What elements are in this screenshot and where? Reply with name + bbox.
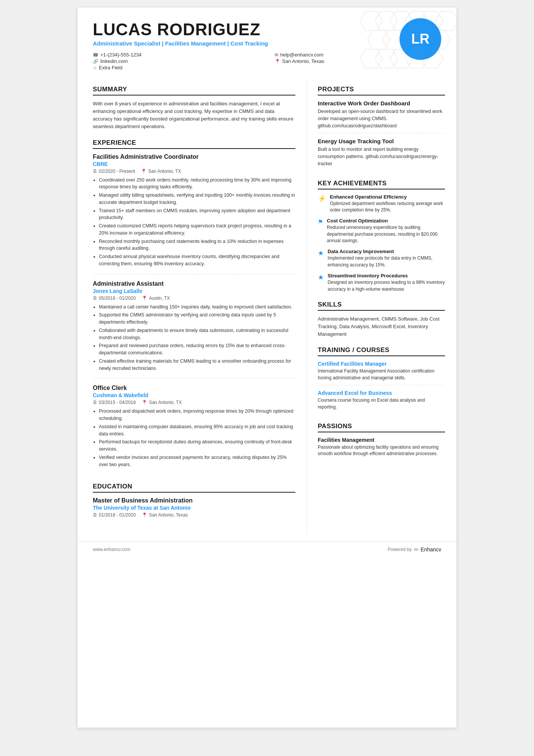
bullet-2-2: Supported the CMMS administrator by veri… [99, 311, 295, 326]
bullet-2-5: Created effective training materials for… [99, 358, 295, 372]
avatar: LR [400, 18, 441, 60]
projects-title: PROJECTS [318, 86, 445, 95]
powered-by-text: Powered by [388, 547, 412, 552]
email-icon: ✉ [275, 52, 278, 58]
edu-location-1: 📍 San Antonio, Texas [142, 512, 188, 518]
education-title: EDUCATION [93, 483, 295, 493]
extra-text: Extra Field [99, 65, 122, 70]
achievements-title: KEY ACHIEVEMENTS [318, 180, 445, 189]
job-meta-2: 🗓 05/2018 - 01/2020 📍 Austin, TX [93, 296, 295, 301]
achievement-icon-4: ★ [318, 273, 324, 282]
candidate-name: LUCAS RODRIGUEZ [93, 21, 441, 38]
job-bullets-1: Coordinated over 250 work orders monthly… [93, 177, 295, 268]
contact-linkedin: 🔗 linkedin.com [93, 58, 259, 64]
skills-text: Administrative Management, CMMS Software… [318, 315, 445, 338]
map-edu-icon: 📍 [142, 512, 147, 518]
achievement-icon-2: ⚑ [318, 218, 323, 225]
avatar-initials: LR [411, 31, 429, 47]
summary-section: SUMMARY With over 8 years of experience … [93, 86, 295, 131]
bullet-2-4: Prepared and reviewed purchase orders, r… [99, 342, 295, 357]
map-icon-1: 📍 [141, 169, 147, 174]
right-column: PROJECTS Interactive Work Order Dashboar… [307, 78, 456, 534]
achievement-desc-1: Optimized department workflows reducing … [330, 200, 445, 214]
job-location-1: 📍 San Antonio, TX [141, 169, 181, 174]
project-2: Energy Usage Tracking Tool Built a tool … [318, 138, 445, 171]
achievement-4: ★ Streamlined Inventory Procedures Desig… [318, 273, 445, 293]
training-1: Certified Facilities Manager Internation… [318, 361, 445, 385]
job-date-3: 🗓 03/2015 - 04/2018 [93, 400, 136, 405]
training-name-2: Advanced Excel for Business [318, 390, 445, 396]
project-title-2: Energy Usage Tracking Tool [318, 138, 445, 144]
header: LUCAS RODRIGUEZ Administrative Specialis… [78, 8, 456, 78]
bullet-3-4: Verified vendor invoices and processed p… [99, 454, 295, 468]
edu-meta-1: 🗓 01/2018 - 01/2020 📍 San Antonio, Texas [93, 512, 295, 518]
achievement-3: ★ Data Accuracy Improvement Implemented … [318, 249, 445, 268]
bullet-1-2: Managed utility billing spreadsheets, ve… [99, 192, 295, 206]
bullet-1-4: Created customized CMMS reports helping … [99, 222, 295, 237]
passion-desc-1: Passionate about optimizing facility ope… [318, 444, 445, 457]
link-icon: 🔗 [93, 59, 98, 64]
project-title-1: Interactive Work Order Dashboard [318, 100, 445, 106]
job-date-1: 🗓 02/2020 - Present [93, 169, 135, 174]
job-bullets-2: Maintained a call center handling 150+ i… [93, 304, 295, 372]
achievement-desc-4: Designed an inventory process leading to… [328, 279, 445, 293]
achievement-content-2: Cost Control Optimization Reduced unnece… [327, 218, 445, 244]
experience-section: EXPERIENCE Facilities Administrative Coo… [93, 139, 295, 475]
resume-container: LUCAS RODRIGUEZ Administrative Specialis… [78, 8, 456, 728]
job-title-3: Office Clerk [93, 385, 295, 391]
skills-title: SKILLS [318, 301, 445, 311]
bullet-1-3: Trained 15+ staff members on CMMS module… [99, 207, 295, 222]
achievement-title-3: Data Accuracy Improvement [328, 249, 445, 254]
bullet-3-2: Assisted in maintaining computer databas… [99, 423, 295, 438]
job-block-3: Office Clerk Cushman & Wakefield 🗓 03/20… [93, 385, 295, 474]
footer-website: www.enhancv.com [93, 547, 130, 552]
edu-degree-1: Master of Business Administration [93, 497, 295, 504]
achievement-content-3: Data Accuracy Improvement Implemented ne… [328, 249, 445, 268]
passion-title-1: Facilities Management [318, 437, 445, 443]
brand-name: Enhancv [421, 546, 441, 553]
job-meta-3: 🗓 03/2015 - 04/2018 📍 San Antonio, TX [93, 400, 295, 405]
job-block-1: Facilities Administrative Coordinator CB… [93, 153, 295, 274]
location-text: San Antonio, Texas [282, 58, 324, 64]
job-location-3: 📍 San Antonio, TX [142, 400, 182, 405]
contact-extra: ☆ Extra Field [93, 65, 259, 70]
achievements-section: KEY ACHIEVEMENTS ⚡ Enhanced Operational … [318, 180, 445, 293]
bullet-3-1: Processed and dispatched work orders, im… [99, 408, 295, 422]
calendar-icon-2: 🗓 [93, 296, 97, 301]
project-desc-1: Developed an open-source dashboard for s… [318, 108, 445, 129]
achievement-content-4: Streamlined Inventory Procedures Designe… [328, 273, 445, 293]
achievement-icon-3: ★ [318, 249, 324, 257]
education-section: EDUCATION Master of Business Administrat… [93, 483, 295, 518]
project-desc-2: Built a tool to monitor and report build… [318, 146, 445, 167]
achievement-title-1: Enhanced Operational Efficiency [330, 194, 445, 200]
company-3: Cushman & Wakefield [93, 392, 295, 398]
edu-date-1: 🗓 01/2018 - 01/2020 [93, 512, 136, 518]
job-title-1: Facilities Administrative Coordinator [93, 153, 295, 160]
bullet-1-5: Reconciled monthly purchasing card state… [99, 238, 295, 252]
job-location-2: 📍 Austin, TX [142, 296, 170, 301]
projects-section: PROJECTS Interactive Work Order Dashboar… [318, 86, 445, 171]
map-icon-2: 📍 [142, 296, 147, 301]
calendar-edu-icon: 🗓 [93, 512, 97, 518]
training-2: Advanced Excel for Business Coursera cou… [318, 390, 445, 414]
left-column: SUMMARY With over 8 years of experience … [78, 78, 307, 534]
achievement-2: ⚑ Cost Control Optimization Reduced unne… [318, 218, 445, 244]
achievement-title-4: Streamlined Inventory Procedures [328, 273, 445, 279]
footer: www.enhancv.com Powered by ∞ Enhancv [78, 541, 456, 557]
passions-section: PASSIONS Facilities Management Passionat… [318, 423, 445, 457]
achievement-desc-2: Reduced unnecessary expenditure by audit… [327, 224, 445, 244]
training-desc-2: Coursera course focusing on Excel data a… [318, 397, 445, 410]
candidate-title: Administrative Specialist | Facilities M… [93, 40, 441, 47]
star-icon: ☆ [93, 65, 97, 70]
company-2: Jones Lang LaSalle [93, 288, 295, 294]
email-text: help@enhancv.com [280, 52, 323, 58]
achievement-title-2: Cost Control Optimization [327, 218, 445, 224]
training-name-1: Certified Facilities Manager [318, 361, 445, 367]
passions-title: PASSIONS [318, 423, 445, 432]
training-title: TRAINING / COURSES [318, 346, 445, 356]
bullet-1-6: Conducted annual physical warehouse inve… [99, 253, 295, 268]
training-desc-1: International Facility Management Associ… [318, 368, 445, 381]
job-meta-1: 🗓 02/2020 - Present 📍 San Antonio, TX [93, 169, 295, 174]
project-1: Interactive Work Order Dashboard Develop… [318, 100, 445, 133]
achievement-1: ⚡ Enhanced Operational Efficiency Optimi… [318, 194, 445, 214]
